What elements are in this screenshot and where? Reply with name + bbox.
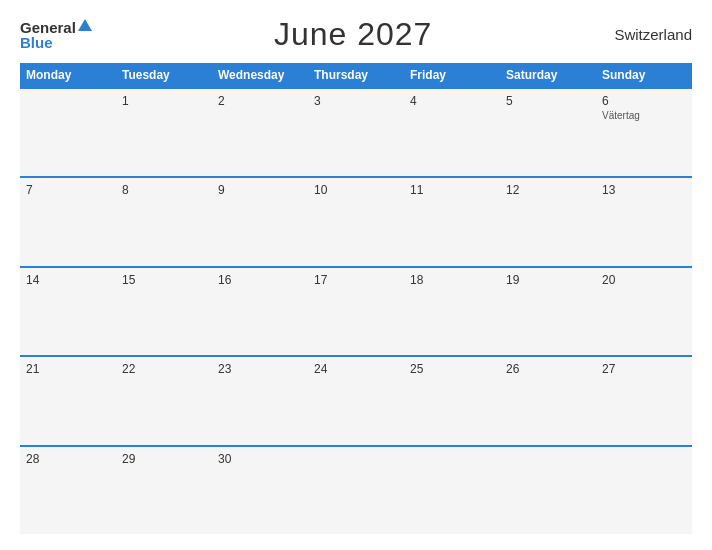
cell-w1-sat: 5 [500, 89, 596, 176]
logo-triangle-icon [78, 19, 92, 31]
calendar-title: June 2027 [274, 16, 432, 53]
week-5: 28 29 30 [20, 445, 692, 534]
cell-w2-wed: 9 [212, 178, 308, 265]
logo-blue-text: Blue [20, 35, 53, 50]
cell-w1-tue: 1 [116, 89, 212, 176]
logo: General Blue [20, 20, 92, 50]
cell-w3-sat: 19 [500, 268, 596, 355]
cell-w5-thu [308, 447, 404, 534]
cell-w5-sun [596, 447, 692, 534]
calendar: Monday Tuesday Wednesday Thursday Friday… [20, 63, 692, 534]
holiday-vatertag: Vätertag [602, 110, 686, 121]
cell-w3-thu: 17 [308, 268, 404, 355]
header-tuesday: Tuesday [116, 63, 212, 87]
cell-w2-thu: 10 [308, 178, 404, 265]
header-thursday: Thursday [308, 63, 404, 87]
cell-w5-wed: 30 [212, 447, 308, 534]
week-3: 14 15 16 17 18 19 20 [20, 266, 692, 355]
cell-w3-fri: 18 [404, 268, 500, 355]
cell-w1-sun: 6 Vätertag [596, 89, 692, 176]
week-1: 1 2 3 4 5 6 Vätertag [20, 87, 692, 176]
logo-general-text: General [20, 20, 76, 35]
header-monday: Monday [20, 63, 116, 87]
header-friday: Friday [404, 63, 500, 87]
cell-w1-mon [20, 89, 116, 176]
cell-w3-wed: 16 [212, 268, 308, 355]
cell-w3-mon: 14 [20, 268, 116, 355]
cell-w2-fri: 11 [404, 178, 500, 265]
cell-w5-tue: 29 [116, 447, 212, 534]
cell-w1-thu: 3 [308, 89, 404, 176]
cell-w4-thu: 24 [308, 357, 404, 444]
cell-w5-sat [500, 447, 596, 534]
cell-w1-wed: 2 [212, 89, 308, 176]
page: General Blue June 2027 Switzerland Monda… [0, 0, 712, 550]
cell-w4-mon: 21 [20, 357, 116, 444]
cell-w5-fri [404, 447, 500, 534]
cell-w2-sat: 12 [500, 178, 596, 265]
header-sunday: Sunday [596, 63, 692, 87]
cell-w4-sun: 27 [596, 357, 692, 444]
cell-w4-tue: 22 [116, 357, 212, 444]
cell-w4-fri: 25 [404, 357, 500, 444]
cell-w1-fri: 4 [404, 89, 500, 176]
week-2: 7 8 9 10 11 12 13 [20, 176, 692, 265]
country-label: Switzerland [614, 26, 692, 43]
cell-w5-mon: 28 [20, 447, 116, 534]
cell-w4-wed: 23 [212, 357, 308, 444]
header-wednesday: Wednesday [212, 63, 308, 87]
calendar-header: Monday Tuesday Wednesday Thursday Friday… [20, 63, 692, 87]
cell-w2-tue: 8 [116, 178, 212, 265]
week-4: 21 22 23 24 25 26 27 [20, 355, 692, 444]
cell-w2-sun: 13 [596, 178, 692, 265]
header: General Blue June 2027 Switzerland [20, 16, 692, 53]
cell-w4-sat: 26 [500, 357, 596, 444]
cell-w2-mon: 7 [20, 178, 116, 265]
header-saturday: Saturday [500, 63, 596, 87]
calendar-body: 1 2 3 4 5 6 Vätertag 7 8 9 10 11 12 13 [20, 87, 692, 534]
cell-w3-tue: 15 [116, 268, 212, 355]
cell-w3-sun: 20 [596, 268, 692, 355]
